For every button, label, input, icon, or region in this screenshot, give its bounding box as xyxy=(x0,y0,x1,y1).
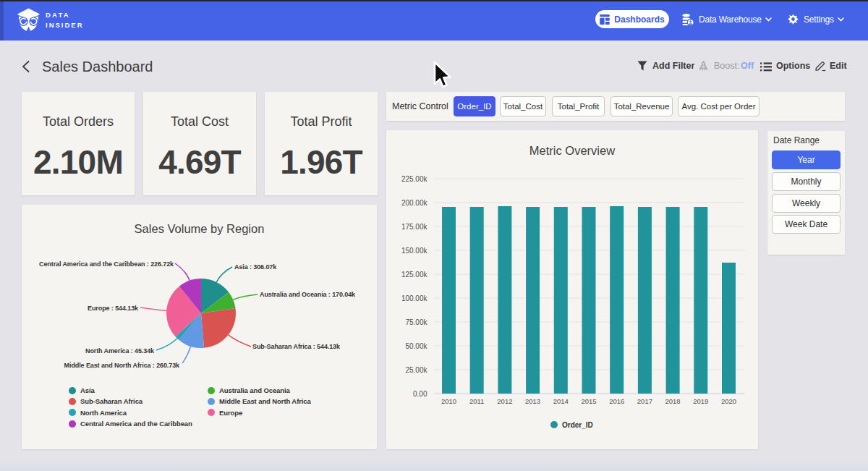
svg-text:225.00k: 225.00k xyxy=(401,175,428,183)
svg-text:125.00k: 125.00k xyxy=(401,271,428,279)
svg-text:2020: 2020 xyxy=(721,397,736,405)
svg-text:0.00: 0.00 xyxy=(413,390,427,398)
svg-text:2019: 2019 xyxy=(693,397,708,405)
svg-text:150.00k: 150.00k xyxy=(401,247,428,255)
svg-text:50.00k: 50.00k xyxy=(405,342,427,350)
svg-text:2015: 2015 xyxy=(581,397,596,405)
svg-text:2017: 2017 xyxy=(637,397,652,405)
svg-text:25.00k: 25.00k xyxy=(405,366,427,374)
svg-text:2011: 2011 xyxy=(469,397,484,405)
svg-text:200.00k: 200.00k xyxy=(401,199,428,207)
svg-text:100.00k: 100.00k xyxy=(401,294,428,302)
svg-text:175.00k: 175.00k xyxy=(401,223,428,231)
svg-text:2012: 2012 xyxy=(497,397,512,405)
svg-text:2014: 2014 xyxy=(553,397,569,405)
svg-text:75.00k: 75.00k xyxy=(405,318,427,326)
svg-text:2013: 2013 xyxy=(525,397,540,405)
svg-text:Order_ID: Order_ID xyxy=(562,421,593,429)
svg-text:2016: 2016 xyxy=(609,397,624,405)
svg-text:2010: 2010 xyxy=(441,397,456,405)
svg-text:2018: 2018 xyxy=(665,397,681,405)
